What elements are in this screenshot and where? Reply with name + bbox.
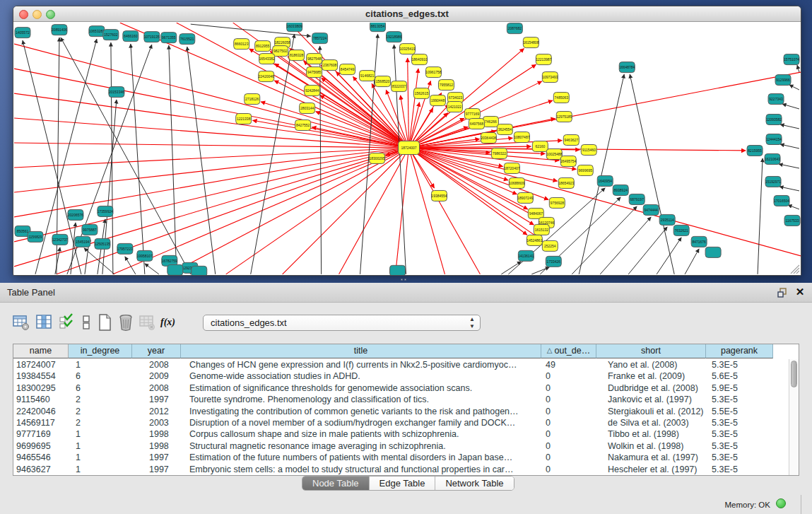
graph-node[interactable]: 7986322 [491,148,507,159]
graph-node[interactable]: 9777169 [464,109,480,119]
graph-node[interactable]: 10688609 [509,177,524,188]
graph-node[interactable] [390,265,406,275]
graph-node[interactable]: 8938924 [613,185,628,195]
graph-node[interactable]: 1167533 [784,215,800,226]
graph-node[interactable]: 746266 [483,117,498,127]
graph-node[interactable]: 16543382 [259,54,275,64]
graph-node[interactable]: 9463627 [563,135,579,146]
column-header-name[interactable]: name [13,344,69,358]
network-canvas[interactable]: 1872400718300295193845548660123891295518… [14,23,801,275]
graph-node[interactable]: 62160 [532,141,548,152]
table-row[interactable]: 977716911998Corpus callosum shape and si… [13,428,789,440]
graph-node[interactable]: 10025488 [546,149,562,160]
row-select-icon[interactable] [57,313,76,332]
graph-node[interactable]: 9227343 [768,94,784,105]
graph-node[interactable]: 1733426 [546,256,561,267]
graph-node[interactable]: 9242844 [305,86,320,96]
graph-node[interactable]: 9146821 [360,71,375,81]
graph-node[interactable]: 8322037 [392,81,407,92]
graph-node[interactable]: 1990448 [430,95,445,106]
graph-node[interactable]: 12975185 [556,112,572,122]
graph-node[interactable]: 2718126 [245,94,260,105]
resize-grip-icon[interactable] [791,265,799,274]
graph-node[interactable]: 16154808 [523,37,539,48]
table-row[interactable]: 911546021997Tourette syndrome. Phenomeno… [13,394,789,405]
graph-node[interactable]: 1545194 [75,236,90,247]
panel-splitter-handle[interactable] [400,278,410,282]
window-titlebar[interactable]: citations_edges.txt [13,6,801,22]
graph-node[interactable]: 8186328 [289,50,305,61]
graph-node[interactable]: 1562615 [413,88,429,99]
graph-node[interactable]: 252254 [542,240,558,251]
graph-node[interactable]: 18654923 [558,177,574,188]
graph-node[interactable]: 18640910 [411,54,427,65]
function-builder-icon[interactable]: f(x) [158,313,177,332]
graph-node[interactable]: 8813054 [370,23,386,32]
graph-node[interactable]: 1568520 [375,76,391,87]
graph-node[interactable]: 14524861 [526,235,542,245]
graph-node[interactable]: 9129966 [775,75,791,86]
column-header-short[interactable]: short [596,344,706,358]
graph-node[interactable]: 1156829 [28,231,43,242]
close-panel-icon[interactable]: ✕ [794,286,806,298]
graph-node[interactable]: 17359924 [98,206,113,216]
graph-node[interactable]: 15192971 [765,176,781,187]
column-header-out_de[interactable]: △out_de… [541,344,596,358]
graph-node[interactable]: 12213987 [536,54,551,65]
tab-network-table[interactable]: Network Table [435,477,513,490]
graph-node[interactable]: 9975887 [82,224,98,235]
graph-node[interactable]: 15751074 [784,54,799,65]
graph-node[interactable]: 8427552 [295,120,311,131]
column-visibility-icon[interactable] [34,313,53,332]
graph-node[interactable]: 6466160 [123,31,139,42]
graph-node[interactable]: 10973493 [542,72,558,83]
tab-node-table[interactable]: Node Table [302,477,370,490]
graph-node[interactable]: 1527602 [103,30,119,40]
graph-node[interactable]: 1405572 [15,28,30,38]
graph-node[interactable] [192,266,207,275]
table-row[interactable]: 1456911722003Disruption of a novel membe… [13,417,789,428]
delete-rows-icon[interactable] [116,313,135,332]
graph-node[interactable]: 10325419 [399,44,415,54]
graph-node[interactable]: 9699695 [577,165,593,175]
table-row[interactable]: 946362711997Embryonic stem cells: a mode… [13,464,789,475]
graph-node[interactable]: 2087682 [507,23,522,34]
scrollbar-thumb[interactable] [791,361,797,387]
graph-node[interactable]: 12505135 [95,238,110,249]
table-row[interactable]: 1938455462009Genome-wide association stu… [13,370,789,382]
new-table-icon[interactable] [95,313,114,332]
graph-node[interactable]: 20891406 [52,25,67,35]
graph-node[interactable]: 10807487 [514,132,529,143]
graph-node[interactable]: 19218986 [386,32,401,42]
graph-node[interactable]: 8454749 [340,64,355,75]
graph-node[interactable]: 6879197 [629,194,645,204]
graph-node[interactable]: 19958107 [137,250,153,261]
graph-node[interactable]: 22420046 [259,71,274,82]
graph-node[interactable]: 10719135 [144,32,160,42]
table-row[interactable]: 1830029562008Estimation of significance … [13,382,789,394]
graph-node[interactable]: 10961758 [425,67,441,78]
tab-edge-table[interactable]: Edge Table [370,477,436,490]
graph-node[interactable]: 2935114 [659,214,675,225]
graph-node[interactable]: 9671355 [161,33,177,43]
graph-node[interactable]: 26495754 [560,156,576,166]
graph-node[interactable]: 7485063 [553,93,569,103]
graph-hub-node[interactable]: 18724007 [399,141,420,155]
graph-node[interactable]: 17957223 [117,243,133,254]
graph-node[interactable]: 20206576 [68,209,83,220]
graph-node[interactable]: 7615521 [180,34,195,45]
graph-node[interactable]: 9756928 [549,197,565,208]
graph-node[interactable]: 12093582 [766,115,782,125]
table-source-select[interactable]: citations_edges.txt ▲▼ [203,315,481,331]
graph-node[interactable]: 1615132 [534,224,549,235]
graph-node[interactable]: 9475685 [307,67,322,78]
graph-node[interactable] [167,264,183,275]
graph-node[interactable]: 18300295 [369,153,384,163]
graph-node[interactable]: 3624554 [497,124,512,135]
float-panel-icon[interactable] [777,287,789,298]
graph-node[interactable]: 19384554 [431,190,447,201]
graph-node[interactable]: 2803144 [300,103,315,114]
graph-node[interactable]: 2367608 [322,60,338,71]
column-header-title[interactable]: title [181,344,541,358]
graph-node[interactable]: 16210643 [765,153,780,164]
